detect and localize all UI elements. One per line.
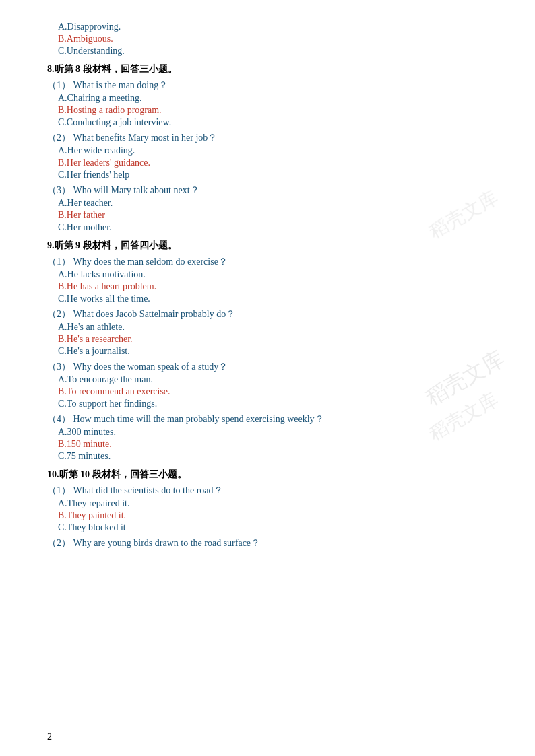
question-10-2: （2） Why are young birds drawn to the roa… bbox=[47, 537, 495, 549]
section-9-title: 9.听第 9 段材料，回答四小题。 bbox=[47, 240, 495, 252]
question-8-2: （2） What benefits Mary most in her job？ bbox=[47, 132, 495, 144]
option-10-1-a: A.They repaired it. bbox=[58, 498, 495, 509]
option-9-4-a: A.300 minutes. bbox=[58, 427, 495, 438]
option-10-1-b: B.They painted it. bbox=[58, 510, 495, 521]
question-9-4: （4） How much time will the man probably … bbox=[47, 413, 495, 425]
option-9-2-a: A.He's an athlete. bbox=[58, 322, 495, 333]
option-9-3-b: B.To recommend an exercise. bbox=[58, 386, 495, 397]
option-9-4-c: C.75 minutes. bbox=[58, 451, 495, 462]
section-10-title: 10.听第 10 段材料，回答三小题。 bbox=[47, 469, 495, 481]
option-9-4-b: B.150 minute. bbox=[58, 439, 495, 450]
section-10: 10.听第 10 段材料，回答三小题。 （1） What did the sci… bbox=[47, 469, 495, 549]
option-9-1-c: C.He works all the time. bbox=[58, 294, 495, 304]
option-9-2-b: B.He's a researcher. bbox=[58, 334, 495, 345]
question-10-1: （1） What did the scientists do to the ro… bbox=[47, 485, 495, 497]
option-8-3-c: C.Her mother. bbox=[58, 222, 495, 233]
option-8-3-b: B.Her father bbox=[58, 210, 495, 221]
option-8-3-a: A.Her teacher. bbox=[58, 198, 495, 209]
option-8-2-c: C.Her friends' help bbox=[58, 170, 495, 180]
section-8: 8.听第 8 段材料，回答三小题。 （1） What is the man do… bbox=[47, 63, 495, 233]
option-8-2-a: A.Her wide reading. bbox=[58, 145, 495, 156]
question-9-2: （2） What does Jacob Sattelmair probably … bbox=[47, 308, 495, 320]
option-8-1-a: A.Chairing a meeting. bbox=[58, 93, 495, 104]
question-8-3: （3） Who will Mary talk about next？ bbox=[47, 184, 495, 197]
section-9: 9.听第 9 段材料，回答四小题。 （1） Why does the man s… bbox=[47, 240, 495, 462]
prev-option-b: B.Ambiguous. bbox=[58, 34, 495, 44]
question-8-1: （1） What is the man doing？ bbox=[47, 79, 495, 92]
option-9-2-c: C.He's a journalist. bbox=[58, 346, 495, 357]
section-8-title: 8.听第 8 段材料，回答三小题。 bbox=[47, 63, 495, 75]
option-9-3-a: A.To encourage the man. bbox=[58, 374, 495, 385]
prev-options-block: A.Disapproving. B.Ambiguous. C.Understan… bbox=[47, 22, 495, 57]
option-9-1-b: B.He has a heart problem. bbox=[58, 281, 495, 292]
option-10-1-c: C.They blocked it bbox=[58, 522, 495, 533]
option-8-1-b: B.Hosting a radio program. bbox=[58, 105, 495, 116]
option-9-3-c: C.To support her findings. bbox=[58, 399, 495, 409]
prev-option-a: A.Disapproving. bbox=[58, 22, 495, 32]
option-8-2-b: B.Her leaders' guidance. bbox=[58, 158, 495, 168]
prev-option-c: C.Understanding. bbox=[58, 46, 495, 57]
question-9-1: （1） Why does the man seldom do exercise？ bbox=[47, 256, 495, 268]
option-9-1-a: A.He lacks motivation. bbox=[58, 269, 495, 280]
page-number: 2 bbox=[47, 732, 52, 743]
question-9-3: （3） Why does the woman speak of a study？ bbox=[47, 361, 495, 373]
option-8-1-c: C.Conducting a job interview. bbox=[58, 117, 495, 128]
